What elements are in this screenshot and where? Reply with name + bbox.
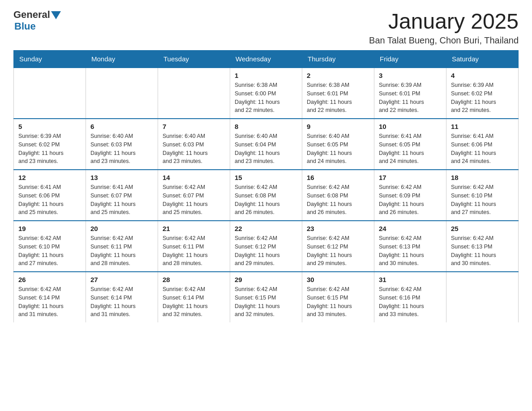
day-number: 11 (451, 123, 514, 130)
day-info: Sunrise: 6:42 AM Sunset: 6:08 PM Dayligh… (235, 183, 297, 217)
calendar-cell: 19Sunrise: 6:42 AM Sunset: 6:10 PM Dayli… (14, 221, 86, 272)
weekday-header-row: SundayMondayTuesdayWednesdayThursdayFrid… (14, 51, 519, 68)
calendar-cell: 30Sunrise: 6:42 AM Sunset: 6:15 PM Dayli… (302, 272, 374, 322)
day-number: 10 (379, 123, 442, 130)
day-number: 25 (451, 225, 514, 232)
day-info: Sunrise: 6:38 AM Sunset: 6:00 PM Dayligh… (235, 81, 297, 115)
day-number: 22 (235, 225, 297, 232)
calendar-cell: 11Sunrise: 6:41 AM Sunset: 6:06 PM Dayli… (446, 119, 519, 170)
day-info: Sunrise: 6:39 AM Sunset: 6:01 PM Dayligh… (379, 81, 442, 115)
calendar-cell: 28Sunrise: 6:42 AM Sunset: 6:14 PM Dayli… (158, 272, 230, 322)
calendar-cell: 27Sunrise: 6:42 AM Sunset: 6:14 PM Dayli… (86, 272, 158, 322)
calendar-body: 1Sunrise: 6:38 AM Sunset: 6:00 PM Daylig… (14, 68, 519, 322)
day-number: 5 (18, 123, 81, 130)
day-number: 15 (235, 174, 297, 181)
day-info: Sunrise: 6:40 AM Sunset: 6:03 PM Dayligh… (163, 132, 225, 166)
day-number: 18 (451, 174, 514, 181)
weekday-header-wednesday: Wednesday (230, 51, 302, 68)
day-info: Sunrise: 6:42 AM Sunset: 6:14 PM Dayligh… (163, 285, 225, 319)
day-number: 13 (90, 174, 153, 181)
day-number: 20 (90, 225, 153, 232)
day-number: 31 (379, 276, 442, 283)
day-info: Sunrise: 6:42 AM Sunset: 6:09 PM Dayligh… (379, 183, 442, 217)
calendar-cell: 7Sunrise: 6:40 AM Sunset: 6:03 PM Daylig… (158, 119, 230, 170)
calendar-cell: 29Sunrise: 6:42 AM Sunset: 6:15 PM Dayli… (230, 272, 302, 322)
location-title: Ban Talat Bueng, Chon Buri, Thailand (369, 35, 519, 46)
weekday-header-friday: Friday (374, 51, 446, 68)
day-info: Sunrise: 6:42 AM Sunset: 6:13 PM Dayligh… (379, 234, 442, 268)
calendar-cell: 6Sunrise: 6:40 AM Sunset: 6:03 PM Daylig… (86, 119, 158, 170)
calendar-cell: 24Sunrise: 6:42 AM Sunset: 6:13 PM Dayli… (374, 221, 446, 272)
day-number: 9 (307, 123, 369, 130)
day-info: Sunrise: 6:42 AM Sunset: 6:11 PM Dayligh… (163, 234, 225, 268)
day-info: Sunrise: 6:39 AM Sunset: 6:02 PM Dayligh… (18, 132, 81, 166)
day-info: Sunrise: 6:42 AM Sunset: 6:15 PM Dayligh… (307, 285, 369, 319)
calendar-cell: 15Sunrise: 6:42 AM Sunset: 6:08 PM Dayli… (230, 170, 302, 221)
weekday-header-monday: Monday (86, 51, 158, 68)
calendar-cell: 25Sunrise: 6:42 AM Sunset: 6:13 PM Dayli… (446, 221, 519, 272)
day-number: 1 (235, 72, 297, 79)
day-info: Sunrise: 6:41 AM Sunset: 6:05 PM Dayligh… (379, 132, 442, 166)
calendar-cell: 14Sunrise: 6:42 AM Sunset: 6:07 PM Dayli… (158, 170, 230, 221)
calendar-cell: 10Sunrise: 6:41 AM Sunset: 6:05 PM Dayli… (374, 119, 446, 170)
calendar-cell: 21Sunrise: 6:42 AM Sunset: 6:11 PM Dayli… (158, 221, 230, 272)
day-number: 16 (307, 174, 369, 181)
calendar-cell: 8Sunrise: 6:40 AM Sunset: 6:04 PM Daylig… (230, 119, 302, 170)
day-number: 2 (307, 72, 369, 79)
logo: General Blue (13, 9, 61, 32)
weekday-header-saturday: Saturday (446, 51, 519, 68)
calendar-week-2: 5Sunrise: 6:39 AM Sunset: 6:02 PM Daylig… (14, 119, 519, 170)
calendar-cell: 26Sunrise: 6:42 AM Sunset: 6:14 PM Dayli… (14, 272, 86, 322)
calendar-cell: 2Sunrise: 6:38 AM Sunset: 6:01 PM Daylig… (302, 68, 374, 119)
day-number: 24 (379, 225, 442, 232)
day-number: 12 (18, 174, 81, 181)
day-info: Sunrise: 6:42 AM Sunset: 6:13 PM Dayligh… (451, 234, 514, 268)
day-info: Sunrise: 6:38 AM Sunset: 6:01 PM Dayligh… (307, 81, 369, 115)
calendar-cell: 3Sunrise: 6:39 AM Sunset: 6:01 PM Daylig… (374, 68, 446, 119)
day-number: 14 (163, 174, 225, 181)
day-number: 23 (307, 225, 369, 232)
calendar-cell: 16Sunrise: 6:42 AM Sunset: 6:08 PM Dayli… (302, 170, 374, 221)
calendar-week-1: 1Sunrise: 6:38 AM Sunset: 6:00 PM Daylig… (14, 68, 519, 119)
day-info: Sunrise: 6:40 AM Sunset: 6:04 PM Dayligh… (235, 132, 297, 166)
logo-blue-text: Blue (14, 21, 36, 32)
calendar-cell (158, 68, 230, 119)
day-number: 19 (18, 225, 81, 232)
day-info: Sunrise: 6:42 AM Sunset: 6:16 PM Dayligh… (379, 285, 442, 319)
calendar-week-3: 12Sunrise: 6:41 AM Sunset: 6:06 PM Dayli… (14, 170, 519, 221)
calendar-week-4: 19Sunrise: 6:42 AM Sunset: 6:10 PM Dayli… (14, 221, 519, 272)
day-number: 29 (235, 276, 297, 283)
calendar-cell: 4Sunrise: 6:39 AM Sunset: 6:02 PM Daylig… (446, 68, 519, 119)
day-number: 17 (379, 174, 442, 181)
day-info: Sunrise: 6:40 AM Sunset: 6:03 PM Dayligh… (90, 132, 153, 166)
day-info: Sunrise: 6:39 AM Sunset: 6:02 PM Dayligh… (451, 81, 514, 115)
calendar-cell (446, 272, 519, 322)
logo-arrow-icon (51, 11, 61, 19)
day-number: 4 (451, 72, 514, 79)
svg-marker-0 (51, 11, 61, 19)
day-number: 26 (18, 276, 81, 283)
day-info: Sunrise: 6:42 AM Sunset: 6:10 PM Dayligh… (451, 183, 514, 217)
day-number: 6 (90, 123, 153, 130)
day-number: 7 (163, 123, 225, 130)
calendar-cell: 12Sunrise: 6:41 AM Sunset: 6:06 PM Dayli… (14, 170, 86, 221)
day-number: 30 (307, 276, 369, 283)
month-title: January 2025 (369, 9, 519, 34)
calendar-cell: 18Sunrise: 6:42 AM Sunset: 6:10 PM Dayli… (446, 170, 519, 221)
calendar-cell: 17Sunrise: 6:42 AM Sunset: 6:09 PM Dayli… (374, 170, 446, 221)
day-info: Sunrise: 6:42 AM Sunset: 6:14 PM Dayligh… (90, 285, 153, 319)
day-info: Sunrise: 6:42 AM Sunset: 6:14 PM Dayligh… (18, 285, 81, 319)
day-info: Sunrise: 6:41 AM Sunset: 6:07 PM Dayligh… (90, 183, 153, 217)
day-number: 28 (163, 276, 225, 283)
day-info: Sunrise: 6:42 AM Sunset: 6:15 PM Dayligh… (235, 285, 297, 319)
calendar-cell (86, 68, 158, 119)
calendar-cell: 22Sunrise: 6:42 AM Sunset: 6:12 PM Dayli… (230, 221, 302, 272)
calendar-cell: 13Sunrise: 6:41 AM Sunset: 6:07 PM Dayli… (86, 170, 158, 221)
day-info: Sunrise: 6:42 AM Sunset: 6:10 PM Dayligh… (18, 234, 81, 268)
day-info: Sunrise: 6:42 AM Sunset: 6:12 PM Dayligh… (235, 234, 297, 268)
day-number: 3 (379, 72, 442, 79)
day-info: Sunrise: 6:42 AM Sunset: 6:11 PM Dayligh… (90, 234, 153, 268)
calendar-week-5: 26Sunrise: 6:42 AM Sunset: 6:14 PM Dayli… (14, 272, 519, 322)
day-info: Sunrise: 6:42 AM Sunset: 6:08 PM Dayligh… (307, 183, 369, 217)
calendar-cell (14, 68, 86, 119)
